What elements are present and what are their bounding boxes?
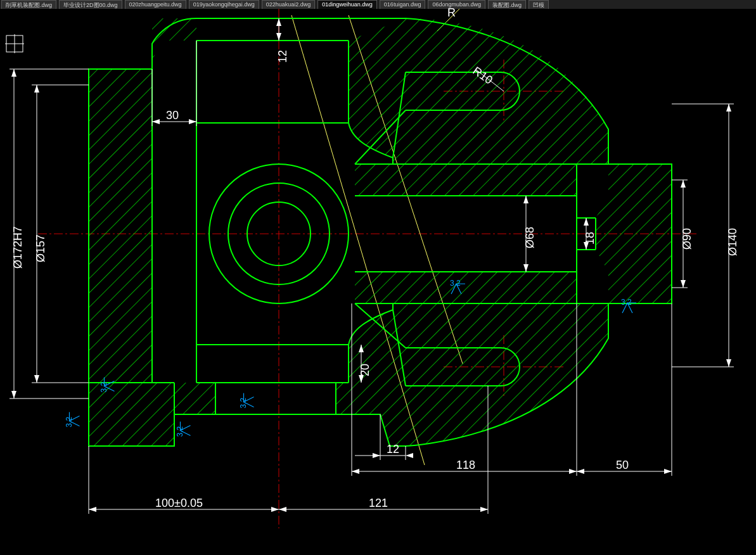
dim-d140: Ø140 — [726, 228, 740, 256]
svg-marker-61 — [276, 33, 281, 41]
drawing-svg — [0, 9, 756, 535]
tab-3[interactable]: 019yaokongqihegai.dwg — [189, 0, 259, 9]
tab-1[interactable]: 毕业设计2D图00.dwg — [59, 0, 122, 9]
tab-9[interactable]: 凹模 — [529, 0, 549, 9]
svg-marker-58 — [189, 119, 196, 124]
svg-marker-57 — [152, 119, 160, 124]
tab-4[interactable]: 022huakuai2.dwg — [262, 0, 316, 9]
svg-marker-102 — [89, 507, 96, 512]
surface-finish-2: 3.2 — [621, 300, 637, 316]
dim-d68: Ø68 — [523, 227, 537, 248]
tab-2[interactable]: 020zhuangpeitu.dwg — [125, 0, 186, 9]
svg-marker-98 — [279, 507, 286, 512]
surface-finish-6: 3.2 — [241, 392, 257, 409]
svg-marker-86 — [406, 453, 413, 458]
dim-d172h7: Ø172H7 — [11, 226, 25, 269]
tab-5[interactable]: 01dingweihuan.dwg — [317, 0, 377, 9]
dim-121: 121 — [369, 497, 388, 510]
svg-marker-71 — [681, 180, 686, 188]
svg-marker-60 — [276, 18, 281, 26]
svg-marker-99 — [480, 507, 488, 512]
svg-marker-66 — [584, 218, 589, 226]
svg-marker-85 — [373, 453, 380, 458]
svg-marker-91 — [569, 469, 577, 474]
dim-18: 18 — [584, 232, 597, 245]
tab-6[interactable]: 016tuigan.dwg — [380, 0, 426, 9]
svg-marker-95 — [664, 469, 672, 474]
surface-finish-1: 3.2 — [450, 281, 466, 297]
tab-8[interactable]: 装配图.dwg — [488, 0, 526, 9]
dim-r: R — [447, 6, 456, 20]
drawing-canvas[interactable]: Ø172H7 Ø157 30 12 Ø68 18 Ø90 Ø140 20 12 … — [0, 9, 756, 535]
svg-marker-48 — [11, 391, 16, 399]
svg-marker-103 — [271, 507, 279, 512]
svg-marker-53 — [34, 375, 39, 383]
dim-d157: Ø157 — [34, 234, 48, 262]
dim-12a: 12 — [276, 50, 290, 63]
file-tabs: 削草机装配图.dwg 毕业设计2D图00.dwg 020zhuangpeitu.… — [0, 0, 756, 9]
dim-d90: Ø90 — [681, 228, 694, 250]
dim-118: 118 — [456, 459, 475, 472]
dim-50: 50 — [616, 459, 629, 472]
svg-marker-76 — [726, 104, 731, 112]
svg-marker-52 — [34, 85, 39, 92]
dim-100: 100±0.05 — [155, 497, 203, 510]
svg-marker-64 — [523, 264, 529, 272]
svg-marker-77 — [726, 359, 731, 367]
dim-12b: 12 — [387, 443, 399, 456]
svg-marker-94 — [577, 469, 584, 474]
tab-0[interactable]: 削草机装配图.dwg — [1, 0, 56, 9]
tab-7[interactable]: 06dongmuban.dwg — [428, 0, 485, 9]
dim-20: 20 — [359, 364, 372, 376]
svg-marker-47 — [11, 69, 16, 77]
svg-marker-90 — [352, 469, 359, 474]
surface-finish-4: 3.2 — [67, 411, 83, 428]
surface-finish-5: 3.2 — [178, 421, 194, 437]
svg-marker-72 — [681, 280, 686, 288]
dim-30: 30 — [166, 109, 179, 122]
svg-marker-63 — [523, 196, 529, 203]
surface-finish-3: 3.2 — [102, 376, 118, 393]
